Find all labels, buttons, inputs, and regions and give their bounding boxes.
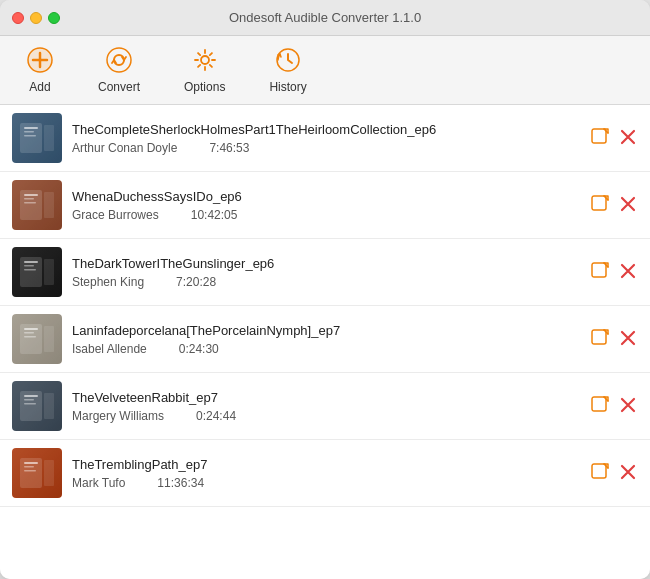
traffic-lights xyxy=(12,12,60,24)
book-title: TheDarkTowerITheGunslinger_ep6 xyxy=(72,256,580,271)
book-actions xyxy=(590,462,638,485)
edit-button[interactable] xyxy=(590,462,610,485)
delete-button[interactable] xyxy=(618,194,638,217)
svg-rect-42 xyxy=(24,462,38,464)
minimize-button[interactable] xyxy=(30,12,42,24)
book-author: Mark Tufo xyxy=(72,476,125,490)
delete-button[interactable] xyxy=(618,395,638,418)
delete-button[interactable] xyxy=(618,127,638,150)
book-actions xyxy=(590,395,638,418)
convert-label: Convert xyxy=(98,80,140,94)
book-meta: Mark Tufo 11:36:34 xyxy=(72,476,580,490)
svg-rect-7 xyxy=(24,127,38,129)
book-title: Laninfadeporcelana[ThePorcelainNymph]_ep… xyxy=(72,323,580,338)
svg-rect-18 xyxy=(592,196,606,210)
svg-rect-36 xyxy=(24,399,34,401)
book-author: Arthur Conan Doyle xyxy=(72,141,177,155)
book-author: Margery Williams xyxy=(72,409,164,423)
edit-button[interactable] xyxy=(590,261,610,284)
delete-button[interactable] xyxy=(618,261,638,284)
options-icon xyxy=(191,46,219,78)
book-author: Isabel Allende xyxy=(72,342,147,356)
book-duration: 0:24:30 xyxy=(179,342,219,356)
book-author: Grace Burrowes xyxy=(72,208,159,222)
svg-rect-21 xyxy=(24,261,38,263)
toolbar-add[interactable]: Add xyxy=(16,42,64,98)
toolbar-options[interactable]: Options xyxy=(174,42,235,98)
book-cover xyxy=(12,247,62,297)
svg-rect-24 xyxy=(44,259,54,285)
toolbar-convert[interactable]: Convert xyxy=(88,42,150,98)
svg-rect-15 xyxy=(24,198,34,200)
toolbar-history[interactable]: History xyxy=(259,42,316,98)
book-cover xyxy=(12,113,62,163)
svg-rect-10 xyxy=(44,125,54,151)
svg-rect-14 xyxy=(24,194,38,196)
svg-rect-32 xyxy=(592,330,606,344)
svg-rect-9 xyxy=(24,135,36,137)
maximize-button[interactable] xyxy=(48,12,60,24)
book-info: Laninfadeporcelana[ThePorcelainNymph]_ep… xyxy=(72,323,580,356)
book-row: TheVelveteenRabbit_ep7 Margery Williams … xyxy=(0,373,650,440)
svg-rect-31 xyxy=(44,326,54,352)
close-button[interactable] xyxy=(12,12,24,24)
book-title: TheTremblingPath_ep7 xyxy=(72,457,580,472)
edit-button[interactable] xyxy=(590,328,610,351)
svg-rect-44 xyxy=(24,470,36,472)
svg-rect-16 xyxy=(24,202,36,204)
convert-icon xyxy=(105,46,133,78)
book-title: TheVelveteenRabbit_ep7 xyxy=(72,390,580,405)
svg-rect-39 xyxy=(592,397,606,411)
edit-button[interactable] xyxy=(590,194,610,217)
svg-rect-45 xyxy=(44,460,54,486)
svg-rect-17 xyxy=(44,192,54,218)
delete-button[interactable] xyxy=(618,462,638,485)
svg-rect-37 xyxy=(24,403,36,405)
svg-rect-8 xyxy=(24,131,34,133)
toolbar: Add Convert Options xyxy=(0,36,650,105)
svg-rect-25 xyxy=(592,263,606,277)
book-author: Stephen King xyxy=(72,275,144,289)
svg-rect-43 xyxy=(24,466,34,468)
content-area: TheCompleteSherlockHolmesPart1TheHeirloo… xyxy=(0,105,650,579)
book-row: TheTremblingPath_ep7 Mark Tufo 11:36:34 xyxy=(0,440,650,507)
edit-button[interactable] xyxy=(590,127,610,150)
svg-rect-28 xyxy=(24,328,38,330)
book-actions xyxy=(590,194,638,217)
book-info: TheTremblingPath_ep7 Mark Tufo 11:36:34 xyxy=(72,457,580,490)
book-meta: Margery Williams 0:24:44 xyxy=(72,409,580,423)
book-duration: 10:42:05 xyxy=(191,208,238,222)
book-actions xyxy=(590,261,638,284)
svg-rect-38 xyxy=(44,393,54,419)
book-duration: 7:20:28 xyxy=(176,275,216,289)
title-bar: Ondesoft Audible Converter 1.1.0 xyxy=(0,0,650,36)
svg-point-3 xyxy=(201,56,209,64)
svg-rect-22 xyxy=(24,265,34,267)
book-info: WhenaDuchessSaysIDo_ep6 Grace Burrowes 1… xyxy=(72,189,580,222)
book-cover xyxy=(12,180,62,230)
svg-point-2 xyxy=(107,48,131,72)
window-title: Ondesoft Audible Converter 1.1.0 xyxy=(229,10,421,25)
svg-rect-46 xyxy=(592,464,606,478)
delete-button[interactable] xyxy=(618,328,638,351)
book-duration: 11:36:34 xyxy=(157,476,204,490)
book-duration: 7:46:53 xyxy=(209,141,249,155)
options-label: Options xyxy=(184,80,225,94)
book-cover xyxy=(12,381,62,431)
book-actions xyxy=(590,127,638,150)
book-info: TheCompleteSherlockHolmesPart1TheHeirloo… xyxy=(72,122,580,155)
svg-rect-23 xyxy=(24,269,36,271)
book-row: TheDarkTowerITheGunslinger_ep6 Stephen K… xyxy=(0,239,650,306)
book-row: TheCompleteSherlockHolmesPart1TheHeirloo… xyxy=(0,105,650,172)
book-meta: Isabel Allende 0:24:30 xyxy=(72,342,580,356)
book-info: TheDarkTowerITheGunslinger_ep6 Stephen K… xyxy=(72,256,580,289)
book-meta: Grace Burrowes 10:42:05 xyxy=(72,208,580,222)
book-cover xyxy=(12,314,62,364)
svg-rect-29 xyxy=(24,332,34,334)
edit-button[interactable] xyxy=(590,395,610,418)
book-actions xyxy=(590,328,638,351)
book-title: WhenaDuchessSaysIDo_ep6 xyxy=(72,189,580,204)
history-label: History xyxy=(269,80,306,94)
book-meta: Stephen King 7:20:28 xyxy=(72,275,580,289)
svg-rect-11 xyxy=(592,129,606,143)
